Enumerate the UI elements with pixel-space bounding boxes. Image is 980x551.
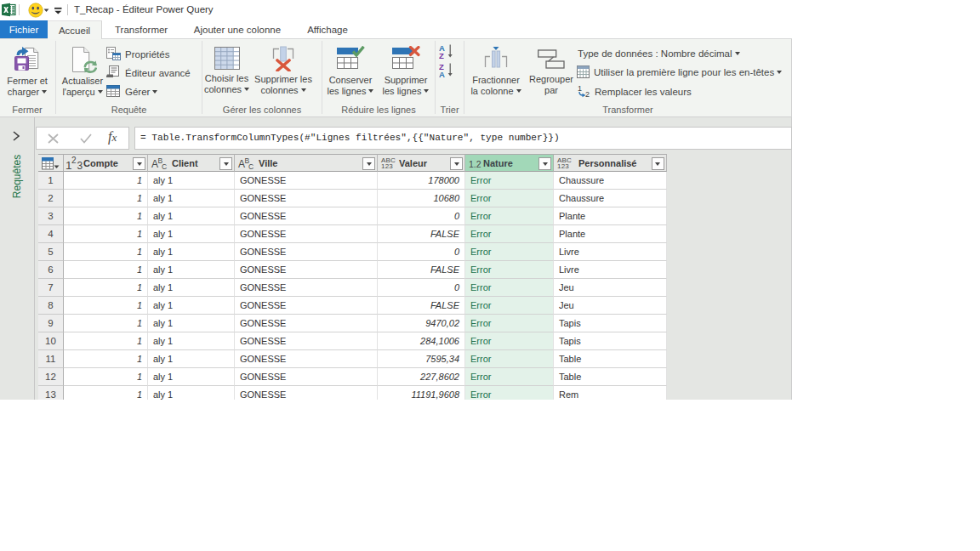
svg-text:Z: Z xyxy=(439,51,444,60)
svg-text:2: 2 xyxy=(585,90,590,98)
svg-text:1: 1 xyxy=(578,84,582,93)
svg-text:A: A xyxy=(439,70,445,78)
